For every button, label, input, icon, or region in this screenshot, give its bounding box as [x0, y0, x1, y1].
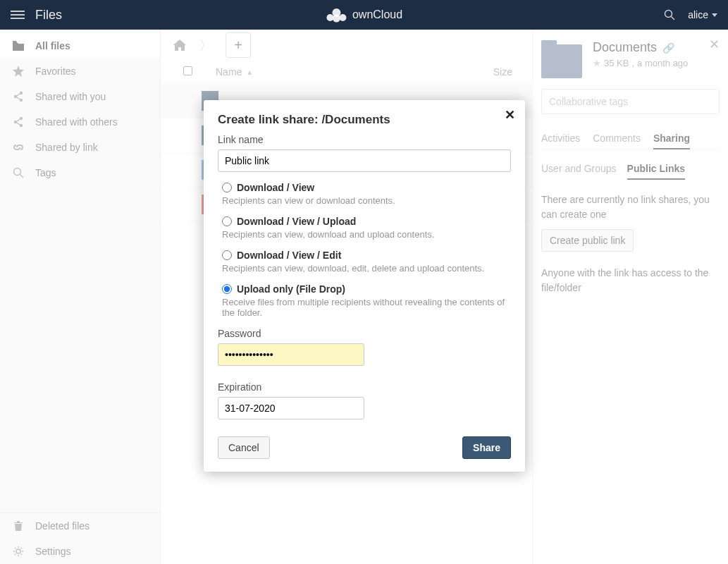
share-button[interactable]: Share [462, 436, 511, 459]
user-menu[interactable]: alice [688, 9, 717, 20]
svg-point-2 [332, 15, 340, 23]
owncloud-logo-icon [326, 7, 347, 23]
radio-option-download-view-upload[interactable]: Download / View / Upload Recipients can … [218, 216, 511, 240]
password-input[interactable] [218, 343, 364, 366]
radio-option-download-view[interactable]: Download / View Recipients can view or d… [218, 182, 511, 206]
radio-download-view-edit[interactable] [222, 250, 232, 260]
brand: ownCloud [326, 7, 402, 23]
app-name: Files [35, 8, 62, 23]
password-label: Password [218, 328, 511, 339]
expiration-input[interactable] [218, 397, 364, 419]
caret-down-icon [712, 13, 717, 17]
expiration-label: Expiration [218, 381, 511, 393]
link-name-input[interactable] [218, 149, 511, 172]
brand-text: ownCloud [352, 8, 402, 21]
link-name-label: Link name [218, 134, 511, 145]
radio-download-view[interactable] [222, 183, 232, 192]
permission-radio-group: Download / View Recipients can view or d… [218, 182, 511, 318]
radio-download-view-upload[interactable] [222, 216, 232, 226]
radio-option-download-view-edit[interactable]: Download / View / Edit Recipients can vi… [218, 250, 511, 274]
radio-option-upload-only[interactable]: Upload only (File Drop) Receive files fr… [218, 283, 511, 318]
modal-title: Create link share: /Documents [218, 113, 511, 127]
modal-close-button[interactable]: ✕ [505, 107, 515, 123]
cancel-button[interactable]: Cancel [218, 436, 270, 459]
radio-upload-only[interactable] [222, 284, 232, 294]
svg-line-5 [672, 17, 675, 20]
create-link-share-modal: ✕ Create link share: /Documents Link nam… [204, 100, 525, 472]
svg-point-1 [326, 14, 333, 21]
search-icon[interactable] [664, 9, 675, 20]
svg-point-3 [339, 14, 346, 21]
hamburger-icon[interactable] [11, 11, 25, 19]
user-name: alice [688, 9, 708, 20]
app-header: Files ownCloud alice [0, 0, 728, 30]
svg-point-4 [665, 11, 672, 18]
